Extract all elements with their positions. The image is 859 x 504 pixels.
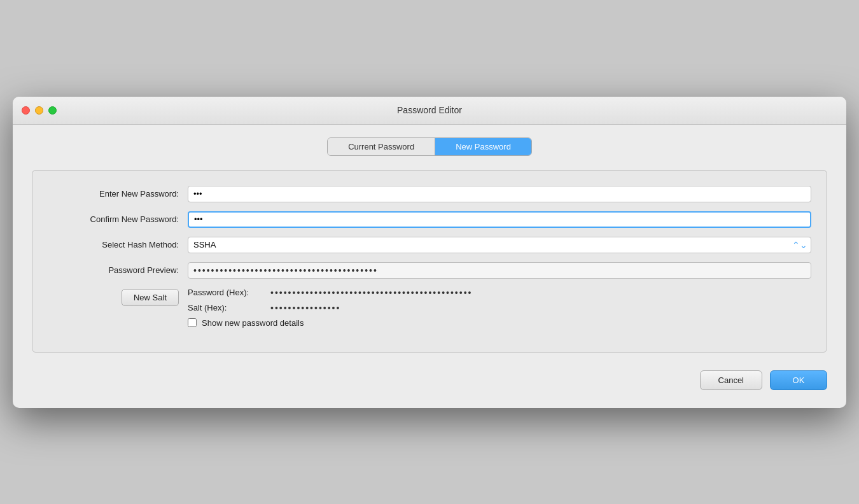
enter-new-password-input[interactable] (188, 186, 811, 202)
new-salt-btn-area: New Salt (48, 288, 188, 306)
password-preview-row: Password Preview: ••••••••••••••••••••••… (48, 262, 811, 279)
ok-button[interactable]: OK (770, 370, 827, 390)
hash-method-select[interactable]: SSHA SHA MD5 SMD5 CRYPT PLAIN (188, 237, 811, 253)
titlebar: Password Editor (13, 97, 846, 125)
minimize-button[interactable] (35, 106, 43, 115)
salt-hex-value: •••••••••••••••• (270, 303, 340, 313)
salt-hex-row: Salt (Hex): •••••••••••••••• (188, 303, 811, 313)
close-button[interactable] (22, 106, 30, 115)
form-panel: Enter New Password: Confirm New Password… (32, 170, 827, 353)
salt-hex-label: Salt (Hex): (188, 303, 270, 312)
select-hash-label: Select Hash Method: (48, 240, 188, 249)
confirm-new-password-row: Confirm New Password: (48, 211, 811, 228)
window-title: Password Editor (397, 105, 462, 115)
details-content: Password (Hex): ••••••••••••••••••••••••… (188, 288, 811, 328)
enter-new-password-label: Enter New Password: (48, 189, 188, 199)
password-hex-label: Password (Hex): (188, 288, 270, 297)
maximize-button[interactable] (48, 106, 57, 115)
tab-container: Current Password New Password (327, 137, 532, 156)
show-details-label[interactable]: Show new password details (202, 318, 304, 328)
button-bar: Cancel OK (32, 364, 827, 395)
tab-new-password[interactable]: New Password (435, 138, 531, 155)
password-editor-window: Password Editor Current Password New Pas… (13, 97, 846, 408)
show-details-checkbox[interactable] (188, 318, 197, 327)
details-section: New Salt Password (Hex): •••••••••••••••… (48, 288, 811, 328)
password-hex-row: Password (Hex): ••••••••••••••••••••••••… (188, 288, 811, 298)
password-preview-label: Password Preview: (48, 265, 188, 275)
tab-bar: Current Password New Password (32, 137, 827, 156)
select-hash-row: Select Hash Method: SSHA SHA MD5 SMD5 CR… (48, 237, 811, 253)
show-details-row: Show new password details (188, 318, 811, 328)
window-content: Current Password New Password Enter New … (13, 125, 846, 408)
hash-select-wrapper: SSHA SHA MD5 SMD5 CRYPT PLAIN ⌃⌄ (188, 237, 811, 253)
enter-new-password-row: Enter New Password: (48, 186, 811, 202)
traffic-lights (22, 106, 57, 115)
cancel-button[interactable]: Cancel (700, 370, 762, 390)
confirm-new-password-input[interactable] (188, 211, 811, 228)
new-salt-button[interactable]: New Salt (122, 289, 179, 306)
password-preview-value: ••••••••••••••••••••••••••••••••••••••••… (188, 262, 811, 279)
tab-current-password[interactable]: Current Password (328, 138, 435, 155)
confirm-new-password-label: Confirm New Password: (48, 214, 188, 224)
password-hex-value: ••••••••••••••••••••••••••••••••••••••••… (270, 288, 472, 298)
